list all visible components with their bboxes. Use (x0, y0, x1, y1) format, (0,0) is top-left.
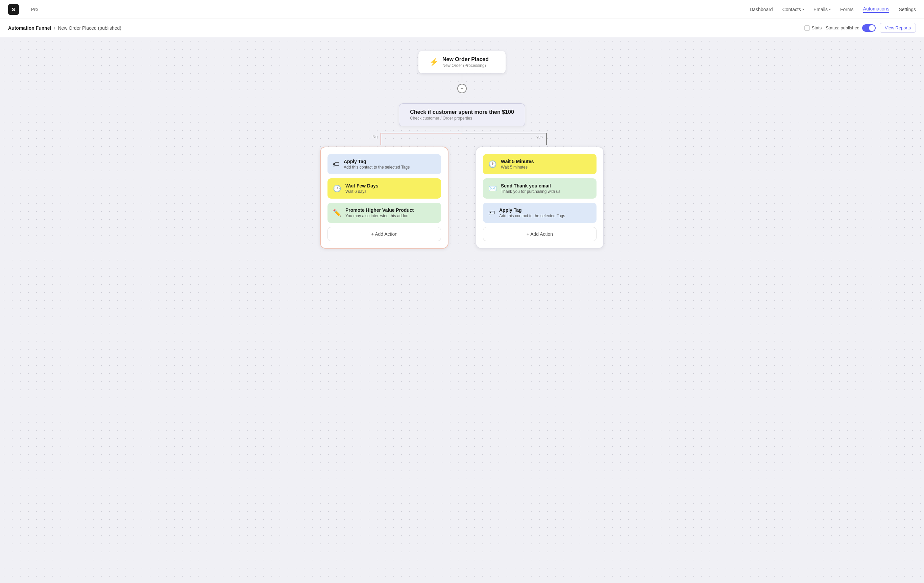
add-action-button-right[interactable]: + Add Action (483, 227, 597, 241)
action-card-wait5-right[interactable]: 🕐 Wait 5 Minutes Wait 5 minutes (483, 154, 597, 174)
action-card-promote-left[interactable]: ✏️ Promote Higher Value Product You may … (327, 203, 441, 223)
nav-emails[interactable]: Emails ▾ (813, 7, 831, 12)
nav-links: Dashboard Contacts ▾ Emails ▾ Forms Auto… (750, 6, 916, 13)
thankyou-icon-right: ✉️ (488, 184, 497, 193)
action-card-content-r3: Apply Tag Add this contact to the select… (499, 208, 565, 218)
emails-chevron-icon: ▾ (829, 7, 831, 11)
branch-connection-area: No yes (310, 126, 614, 147)
action-card-content-r1: Wait 5 Minutes Wait 5 minutes (501, 159, 534, 170)
branch-yes-label: yes (536, 134, 543, 139)
nav-dashboard[interactable]: Dashboard (750, 7, 773, 12)
trigger-subtitle: New Order (Processing) (442, 63, 489, 68)
action-card-content-r2: Send Thank you email Thank you for purch… (501, 183, 560, 194)
breadcrumb-current: New Order Placed (published) (58, 25, 121, 31)
action-card-content-3: Promote Higher Value Product You may als… (345, 208, 414, 218)
status-toggle[interactable] (862, 24, 876, 32)
action-title-thankyou-right: Send Thank you email (501, 183, 560, 188)
action-card-content: Apply Tag Add this contact to the select… (344, 159, 409, 170)
action-subtitle-promote-left: You may also interested this addon (345, 214, 414, 218)
status-wrapper: Status: published (826, 24, 876, 32)
branches-row: 🏷 Apply Tag Add this contact to the sele… (7, 147, 917, 249)
pro-label: Pro (31, 7, 38, 12)
condition-title: Check if customer spent more then $100 (410, 109, 514, 115)
nav-settings[interactable]: Settings (899, 7, 916, 12)
contacts-chevron-icon: ▾ (802, 7, 804, 11)
add-action-button-left[interactable]: + Add Action (327, 227, 441, 241)
top-navigation: S Pro Dashboard Contacts ▾ Emails ▾ Form… (0, 0, 924, 19)
promote-icon-left: ✏️ (333, 209, 342, 217)
action-title-wait5-right: Wait 5 Minutes (501, 159, 534, 164)
trigger-node[interactable]: ⚡ New Order Placed New Order (Processing… (418, 51, 506, 74)
breadcrumb-root[interactable]: Automation Funnel (8, 25, 51, 31)
apply-tag-icon-left: 🏷 (333, 160, 340, 168)
action-card-apply-tag-right[interactable]: 🏷 Apply Tag Add this contact to the sele… (483, 203, 597, 223)
trigger-node-content: New Order Placed New Order (Processing) (442, 56, 489, 68)
action-card-content-2: Wait Few Days Wait 6 days (345, 183, 378, 194)
action-subtitle-wait5-right: Wait 5 minutes (501, 165, 534, 170)
condition-node[interactable]: Check if customer spent more then $100 C… (399, 103, 525, 126)
nav-forms[interactable]: Forms (840, 7, 854, 12)
automation-canvas: ⚡ New Order Placed New Order (Processing… (0, 37, 924, 583)
action-subtitle-apply-tag-left: Add this contact to the selected Tags (344, 165, 409, 170)
condition-node-content: Check if customer spent more then $100 C… (410, 109, 514, 120)
action-card-thankyou-right[interactable]: ✉️ Send Thank you email Thank you for pu… (483, 178, 597, 199)
left-branch-panel: 🏷 Apply Tag Add this contact to the sele… (320, 147, 449, 249)
wait-days-icon-left: 🕐 (333, 184, 342, 193)
connector-line-2 (462, 93, 462, 103)
add-step-button-1[interactable]: + (457, 84, 467, 93)
breadcrumb-bar: Automation Funnel / New Order Placed (pu… (0, 19, 924, 37)
app-logo[interactable]: S (8, 4, 19, 15)
action-subtitle-wait-days-left: Wait 6 days (345, 189, 378, 194)
nav-automations[interactable]: Automations (863, 6, 889, 13)
condition-subtitle: Check customer / Order properties (410, 116, 514, 120)
action-title-wait-days-left: Wait Few Days (345, 183, 378, 188)
breadcrumb: Automation Funnel / New Order Placed (pu… (8, 25, 121, 31)
right-branch-panel: 🕐 Wait 5 Minutes Wait 5 minutes ✉️ Send … (475, 147, 604, 249)
nav-contacts[interactable]: Contacts ▾ (782, 7, 804, 12)
action-subtitle-thankyou-right: Thank you for purchasing with us (501, 189, 560, 194)
branch-no-label: No (373, 134, 378, 139)
trigger-icon: ⚡ (429, 58, 438, 66)
apply-tag-icon-right: 🏷 (488, 209, 495, 217)
logo-text: S (12, 7, 15, 12)
action-card-wait-days-left[interactable]: 🕐 Wait Few Days Wait 6 days (327, 178, 441, 199)
view-reports-button[interactable]: View Reports (880, 23, 916, 33)
stats-checkbox[interactable] (804, 25, 810, 31)
action-card-apply-tag-left[interactable]: 🏷 Apply Tag Add this contact to the sele… (327, 154, 441, 174)
stats-toggle-wrapper: Stats (804, 25, 822, 31)
action-subtitle-apply-tag-right: Add this contact to the selected Tags (499, 214, 565, 218)
branch-lines-svg (310, 126, 614, 147)
trigger-title: New Order Placed (442, 56, 489, 63)
breadcrumb-separator: / (54, 25, 55, 31)
stats-label: Stats (812, 25, 822, 30)
action-title-promote-left: Promote Higher Value Product (345, 208, 414, 213)
action-title-apply-tag-left: Apply Tag (344, 159, 409, 164)
wait5-icon-right: 🕐 (488, 160, 497, 168)
connector-line-1 (462, 74, 462, 84)
status-text: Status: published (826, 25, 860, 30)
action-title-apply-tag-right: Apply Tag (499, 208, 565, 213)
breadcrumb-actions: Stats Status: published View Reports (804, 23, 916, 33)
